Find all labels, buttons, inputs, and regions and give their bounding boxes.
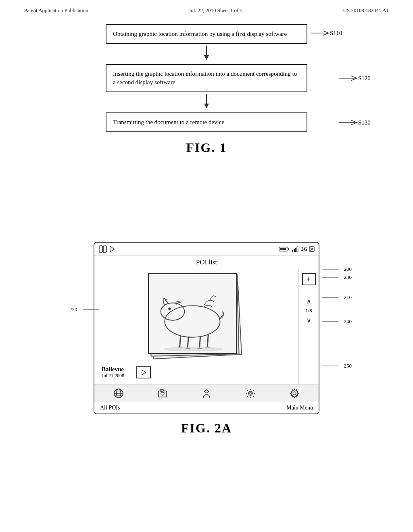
flowchart: Obtaining graphic location information b… — [69, 24, 344, 132]
camera-icon[interactable] — [157, 388, 168, 399]
svg-point-64 — [249, 392, 252, 395]
header-publication: Patent Application Publication — [24, 7, 88, 14]
svg-rect-24 — [297, 247, 298, 252]
svg-line-33 — [200, 337, 200, 348]
svg-line-60 — [247, 390, 248, 391]
globe-icon[interactable] — [113, 388, 124, 399]
svg-marker-40 — [142, 370, 146, 375]
svg-point-30 — [168, 308, 171, 310]
fig2a-caption: FIG. 2A — [24, 421, 389, 436]
fig1-section: Obtaining graphic location information b… — [24, 24, 389, 155]
book-icon — [98, 245, 107, 253]
brightness-icon[interactable] — [245, 388, 256, 399]
play-button[interactable] — [136, 366, 151, 378]
play-triangle-icon — [140, 369, 147, 376]
svg-rect-47 — [160, 389, 163, 391]
person-icon[interactable] — [201, 388, 212, 399]
s120-label: S120 — [358, 74, 371, 83]
svg-marker-17 — [110, 246, 114, 252]
up-arrow[interactable]: ∧ — [307, 297, 311, 305]
header-date: Jul. 22, 2010 Sheet 1 of 5 — [189, 7, 242, 14]
flow-box-s130-text: Transmitting the document to a remote de… — [113, 119, 224, 125]
svg-line-31 — [180, 335, 181, 347]
status-left — [98, 245, 115, 253]
svg-point-51 — [204, 391, 205, 392]
fig1-caption: FIG. 1 — [24, 140, 389, 155]
svg-line-63 — [247, 396, 248, 397]
annotation-210: 210 — [322, 294, 352, 301]
battery-icon — [279, 246, 290, 252]
arrow-2 — [69, 92, 344, 112]
svg-point-49 — [165, 392, 165, 393]
label-220: 220 — [69, 306, 77, 313]
page-header: Patent Application Publication Jul. 22, … — [0, 0, 413, 14]
flow-box-s120-text: Inserting the graphic location informati… — [113, 71, 297, 85]
photo-info-row: Ballevue Jul 21,2008 — [98, 364, 294, 380]
plus-button[interactable]: + — [302, 273, 316, 285]
svg-point-48 — [161, 392, 164, 395]
settings-icon[interactable] — [289, 388, 300, 399]
svg-point-54 — [208, 391, 209, 392]
annotation-200: 200 — [322, 266, 352, 272]
label-210: 210 — [344, 294, 352, 301]
status-right: 3G — [279, 246, 315, 252]
svg-rect-20 — [280, 248, 286, 250]
3g-text: 3G — [301, 246, 307, 252]
flow-box-s120: Inserting the graphic location informati… — [106, 64, 307, 92]
svg-line-32 — [188, 337, 188, 348]
phone-main: Ballevue Jul 21,2008 — [94, 269, 298, 384]
svg-marker-5 — [204, 104, 209, 108]
svg-marker-2 — [204, 55, 209, 60]
flow-box-s110: Obtaining graphic location information b… — [106, 24, 307, 44]
flow-box-s130: Transmitting the document to a remote de… — [106, 112, 307, 132]
poi-header: POI list — [94, 256, 319, 269]
down-arrow[interactable]: ∨ — [307, 316, 311, 324]
svg-line-62 — [253, 390, 254, 391]
svg-rect-14 — [103, 246, 106, 252]
svg-rect-23 — [295, 248, 296, 252]
svg-line-61 — [253, 396, 254, 397]
photo-date: Jul 21,2008 — [102, 373, 124, 379]
rhino-illustration — [149, 274, 236, 353]
svg-rect-22 — [294, 249, 295, 252]
flow-box-s110-text: Obtaining graphic location information b… — [113, 31, 287, 37]
annotation-230: 230 — [322, 274, 352, 281]
play-icon — [109, 245, 115, 253]
close-icon[interactable] — [309, 246, 315, 252]
phone-content: Ballevue Jul 21,2008 + — [94, 269, 319, 384]
arrow-1 — [69, 44, 344, 64]
annotation-240: 240 — [322, 318, 352, 325]
nav-controls: ∧ 1/8 ∨ — [305, 297, 312, 324]
svg-rect-21 — [292, 250, 293, 252]
svg-rect-13 — [99, 246, 102, 252]
svg-rect-19 — [288, 248, 289, 250]
side-controls: + ∧ 1/8 ∨ — [298, 269, 319, 384]
header-patent-number: US 2010/0182341 A1 — [343, 7, 389, 14]
phone-device: 3G POI list — [94, 242, 319, 414]
s130-label: S130 — [358, 118, 371, 127]
all-pois-label[interactable]: All POIs — [100, 405, 120, 411]
label-240: 240 — [344, 318, 352, 325]
fig2a-section: 200 210 230 240 250 — [24, 242, 389, 436]
label-200: 200 — [344, 266, 352, 272]
photo-location: Ballevue — [102, 366, 124, 373]
poi-header-text: POI list — [196, 258, 217, 266]
photo-stack — [148, 273, 245, 362]
phone-status-bar: 3G — [94, 243, 319, 256]
signal-icon — [292, 246, 300, 252]
photo-info: Ballevue Jul 21,2008 — [102, 366, 124, 379]
svg-point-65 — [293, 392, 296, 395]
svg-point-28 — [165, 305, 220, 337]
main-menu-label[interactable]: Main Menu — [286, 405, 313, 411]
plus-icon: + — [307, 275, 311, 284]
label-230: 230 — [344, 274, 352, 281]
annotation-250: 250 — [322, 363, 352, 369]
bottom-toolbar — [94, 384, 319, 402]
svg-point-53 — [206, 390, 208, 391]
s110-label: S110 — [330, 29, 342, 37]
counter: 1/8 — [305, 308, 312, 314]
svg-point-52 — [205, 390, 206, 391]
flow-label-s110: S110 — [311, 28, 339, 40]
photo-front — [148, 273, 237, 354]
svg-point-39 — [163, 347, 223, 351]
